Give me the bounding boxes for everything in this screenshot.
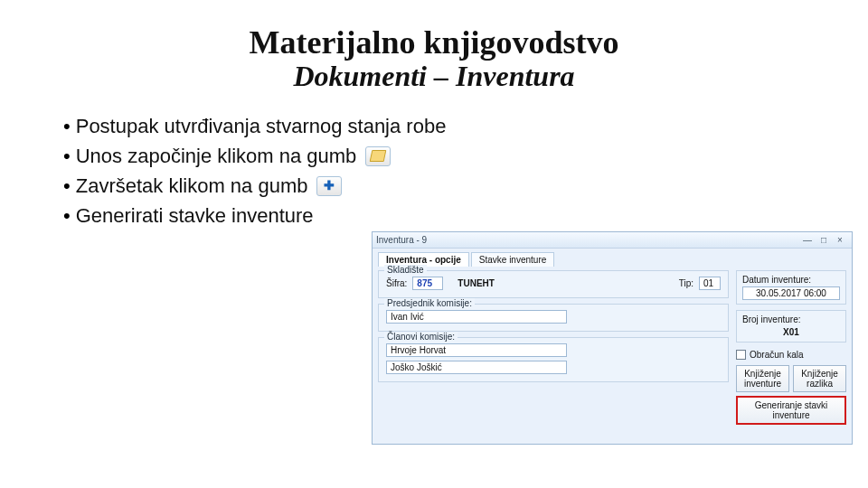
- bullet-2-text: Unos započinje klikom na gumb: [76, 141, 357, 171]
- minimize-icon[interactable]: —: [799, 235, 816, 245]
- bullet-1: Postupak utvrđivanja stvarnog stanja rob…: [63, 111, 832, 141]
- btn-knjizenje-inventure[interactable]: Knjiženje inventure: [736, 365, 789, 392]
- legend-clanovi: Članovi komisije:: [384, 332, 458, 342]
- group-predsjednik: Predsjednik komisije: Ivan Ivić: [378, 304, 729, 332]
- tab-bar: Inventura - opcije Stavke inventure: [378, 252, 846, 267]
- bullet-3: Završetak klikom na gumb: [63, 171, 832, 201]
- bullet-4-text: Generirati stavke inventure: [76, 201, 314, 230]
- input-datum[interactable]: 30.05.2017 06:00: [742, 286, 840, 300]
- inventura-window: Inventura - 9 — □ × Inventura - opcije S…: [372, 231, 853, 445]
- title-line2: Dokumenti – Inventura: [36, 60, 832, 93]
- label-broj: Broj inventure:: [742, 314, 840, 324]
- bullet-3-text: Završetak klikom na gumb: [76, 171, 308, 201]
- label-datum: Datum inventure:: [742, 275, 840, 285]
- btn-knjizenje-razlika[interactable]: Knjiženje razlika: [793, 365, 846, 392]
- value-broj: X01: [742, 326, 840, 338]
- window-titlebar: Inventura - 9 — □ ×: [373, 232, 852, 249]
- bullet-4: Generirati stavke inventure: [63, 201, 832, 230]
- title-line1: Materijalno knjigovodstvo: [36, 23, 832, 61]
- plus-icon: [316, 176, 342, 196]
- group-clanovi: Članovi komisije: Hrvoje Horvat Joško Jo…: [378, 337, 729, 382]
- close-icon[interactable]: ×: [832, 235, 848, 245]
- bullet-list: Postupak utvrđivanja stvarnog stanja rob…: [36, 111, 832, 230]
- group-skladiste: Skladište Šifra: 875 TUNEHT Tip: 01: [378, 270, 729, 298]
- slide-title-block: Materijalno knjigovodstvo Dokumenti – In…: [36, 23, 832, 93]
- value-skladiste-naziv: TUNEHT: [458, 278, 495, 288]
- input-sifra[interactable]: 875: [412, 277, 443, 290]
- tab-stavke-inventure[interactable]: Stavke inventure: [471, 252, 555, 267]
- label-tip: Tip:: [679, 278, 693, 288]
- input-clan-1[interactable]: Hrvoje Horvat: [386, 343, 567, 357]
- label-sifra: Šifra:: [386, 278, 407, 288]
- checkbox-obracun-kala[interactable]: Obračun kala: [736, 348, 846, 361]
- legend-skladiste: Skladište: [384, 265, 427, 275]
- btn-generiranje-stavki[interactable]: Generiranje stavki inventure: [736, 396, 846, 425]
- bullet-2: Unos započinje klikom na gumb: [63, 141, 832, 171]
- legend-predsjednik: Predsjednik komisije:: [384, 298, 475, 308]
- checkbox-label: Obračun kala: [750, 350, 803, 360]
- maximize-icon[interactable]: □: [816, 235, 832, 245]
- group-broj-inventure: Broj inventure: X01: [736, 310, 846, 343]
- group-datum-inventure: Datum inventure: 30.05.2017 06:00: [736, 270, 846, 305]
- open-folder-icon: [365, 146, 391, 166]
- input-predsjednik[interactable]: Ivan Ivić: [386, 310, 567, 324]
- input-tip[interactable]: 01: [699, 277, 721, 290]
- input-clan-2[interactable]: Joško Joškić: [386, 361, 567, 374]
- checkbox-box[interactable]: [736, 350, 746, 360]
- window-title: Inventura - 9: [376, 235, 427, 245]
- bullet-1-text: Postupak utvrđivanja stvarnog stanja rob…: [76, 111, 447, 141]
